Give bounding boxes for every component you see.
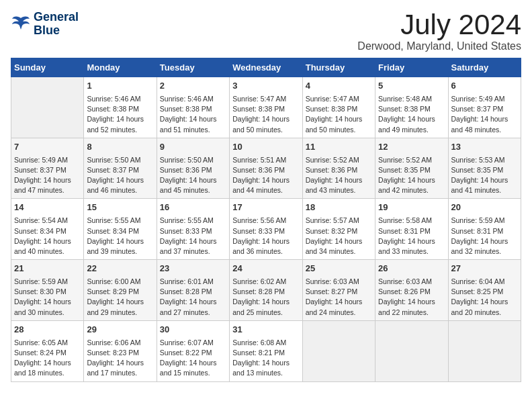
- calendar-cell: 10Sunrise: 5:51 AMSunset: 8:36 PMDayligh…: [230, 138, 302, 199]
- day-info-line: Sunset: 8:30 PM: [14, 287, 81, 297]
- day-info-line: and 42 minutes.: [378, 185, 445, 195]
- calendar-cell: 5Sunrise: 5:48 AMSunset: 8:38 PMDaylight…: [375, 77, 448, 138]
- day-info-line: Sunrise: 5:59 AM: [14, 277, 81, 287]
- day-info-line: Sunset: 8:37 PM: [14, 165, 81, 175]
- day-info-line: Sunrise: 5:55 AM: [87, 216, 153, 226]
- day-number: 9: [160, 141, 226, 154]
- day-info-line: and 17 minutes.: [87, 368, 153, 378]
- day-info-line: Daylight: 14 hours: [306, 236, 372, 246]
- month-year-title: July 2024: [357, 11, 521, 39]
- day-info-line: and 32 minutes.: [451, 246, 518, 257]
- day-info-line: Daylight: 14 hours: [451, 236, 518, 246]
- day-info-line: and 47 minutes.: [14, 185, 81, 195]
- day-info-line: and 52 minutes.: [87, 125, 153, 135]
- day-info-line: Sunset: 8:23 PM: [87, 348, 153, 358]
- day-info-line: Sunset: 8:24 PM: [14, 348, 81, 358]
- day-number: 1: [87, 80, 153, 93]
- day-info-line: Sunrise: 6:08 AM: [232, 338, 299, 348]
- calendar-cell: 8Sunrise: 5:50 AMSunset: 8:37 PMDaylight…: [84, 138, 157, 199]
- day-info-line: and 20 minutes.: [451, 308, 518, 318]
- calendar-cell: 4Sunrise: 5:47 AMSunset: 8:38 PMDaylight…: [302, 77, 375, 138]
- calendar-cell: 18Sunrise: 5:57 AMSunset: 8:32 PMDayligh…: [302, 199, 375, 260]
- calendar-body: 1Sunrise: 5:46 AMSunset: 8:38 PMDaylight…: [11, 77, 521, 382]
- day-info-line: Sunset: 8:31 PM: [451, 226, 518, 236]
- header-row: SundayMondayTuesdayWednesdayThursdayFrid…: [11, 58, 521, 77]
- day-number: 26: [378, 263, 445, 275]
- day-info-line: Daylight: 14 hours: [160, 114, 226, 124]
- calendar-cell: 22Sunrise: 6:00 AMSunset: 8:29 PMDayligh…: [84, 260, 157, 321]
- day-info-line: and 34 minutes.: [306, 246, 372, 257]
- day-info-line: Sunrise: 6:06 AM: [87, 338, 153, 348]
- day-info-line: Sunset: 8:34 PM: [87, 226, 153, 236]
- day-info-line: Daylight: 14 hours: [14, 358, 81, 368]
- day-info-line: Daylight: 14 hours: [232, 358, 299, 368]
- calendar-week-3: 14Sunrise: 5:54 AMSunset: 8:34 PMDayligh…: [11, 199, 521, 260]
- day-info-line: and 51 minutes.: [160, 125, 226, 135]
- day-info-line: Daylight: 14 hours: [232, 175, 299, 185]
- day-info-line: and 37 minutes.: [160, 246, 226, 257]
- day-info-line: and 44 minutes.: [232, 185, 299, 195]
- day-info-line: Sunset: 8:31 PM: [378, 226, 445, 236]
- day-number: 28: [14, 324, 81, 336]
- calendar-cell: 16Sunrise: 5:55 AMSunset: 8:33 PMDayligh…: [157, 199, 229, 260]
- calendar-cell: 15Sunrise: 5:55 AMSunset: 8:34 PMDayligh…: [84, 199, 157, 260]
- calendar-cell: 21Sunrise: 5:59 AMSunset: 8:30 PMDayligh…: [11, 260, 84, 321]
- day-info-line: and 46 minutes.: [87, 185, 153, 195]
- day-info-line: Sunrise: 6:02 AM: [232, 277, 299, 287]
- day-info-line: Sunrise: 5:49 AM: [14, 155, 81, 165]
- day-info-line: Daylight: 14 hours: [451, 175, 518, 185]
- calendar-week-5: 28Sunrise: 6:05 AMSunset: 8:24 PMDayligh…: [11, 320, 521, 381]
- day-number: 31: [232, 324, 299, 336]
- logo-bird-icon: [11, 15, 31, 34]
- day-info-line: Sunset: 8:38 PM: [378, 104, 445, 114]
- calendar-cell: 19Sunrise: 5:58 AMSunset: 8:31 PMDayligh…: [375, 199, 448, 260]
- day-info-line: Sunrise: 5:57 AM: [306, 216, 372, 226]
- day-info-line: Sunrise: 5:48 AM: [378, 94, 445, 104]
- day-info-line: Sunrise: 6:05 AM: [14, 338, 81, 348]
- day-info-line: Sunrise: 5:59 AM: [451, 216, 518, 226]
- calendar-cell: 13Sunrise: 5:53 AMSunset: 8:35 PMDayligh…: [448, 138, 521, 199]
- day-number: 8: [87, 141, 153, 154]
- day-info-line: Sunset: 8:28 PM: [232, 287, 299, 297]
- day-info-line: Daylight: 14 hours: [14, 297, 81, 307]
- day-number: 15: [87, 201, 153, 214]
- calendar-cell: [11, 77, 84, 138]
- day-info-line: Sunset: 8:33 PM: [160, 226, 226, 236]
- day-info-line: Sunrise: 6:01 AM: [160, 277, 226, 287]
- day-info-line: Sunrise: 6:03 AM: [378, 277, 445, 287]
- day-info-line: Sunset: 8:38 PM: [160, 104, 226, 114]
- day-number: 5: [378, 80, 445, 93]
- day-info-line: Sunrise: 6:00 AM: [87, 277, 153, 287]
- day-info-line: Sunrise: 5:50 AM: [87, 155, 153, 165]
- calendar-cell: 12Sunrise: 5:52 AMSunset: 8:35 PMDayligh…: [375, 138, 448, 199]
- day-number: 12: [378, 141, 445, 154]
- day-number: 23: [160, 263, 226, 275]
- calendar-cell: [302, 320, 375, 381]
- header-day-saturday: Saturday: [448, 58, 521, 77]
- day-info-line: Sunrise: 6:03 AM: [306, 277, 372, 287]
- day-info-line: Sunset: 8:38 PM: [232, 104, 299, 114]
- day-number: 29: [87, 324, 153, 336]
- calendar-cell: 29Sunrise: 6:06 AMSunset: 8:23 PMDayligh…: [84, 320, 157, 381]
- calendar-cell: 7Sunrise: 5:49 AMSunset: 8:37 PMDaylight…: [11, 138, 84, 199]
- day-info-line: Sunset: 8:28 PM: [160, 287, 226, 297]
- day-info-line: Sunrise: 5:51 AM: [232, 155, 299, 165]
- day-info-line: Sunrise: 5:53 AM: [451, 155, 518, 165]
- day-number: 2: [160, 80, 226, 93]
- day-info-line: and 40 minutes.: [14, 246, 81, 257]
- day-info-line: Daylight: 14 hours: [451, 114, 518, 124]
- calendar-cell: 31Sunrise: 6:08 AMSunset: 8:21 PMDayligh…: [230, 320, 302, 381]
- day-info-line: and 43 minutes.: [306, 185, 372, 195]
- day-info-line: and 24 minutes.: [306, 308, 372, 318]
- calendar-cell: 30Sunrise: 6:07 AMSunset: 8:22 PMDayligh…: [157, 320, 229, 381]
- day-info-line: Daylight: 14 hours: [87, 114, 153, 124]
- day-info-line: and 33 minutes.: [378, 246, 445, 257]
- logo-text: General Blue: [34, 11, 79, 38]
- day-info-line: Daylight: 14 hours: [14, 236, 81, 246]
- day-info-line: and 18 minutes.: [14, 368, 81, 378]
- day-info-line: Sunset: 8:36 PM: [232, 165, 299, 175]
- day-info-line: Sunset: 8:29 PM: [87, 287, 153, 297]
- calendar-cell: [448, 320, 521, 381]
- calendar-week-1: 1Sunrise: 5:46 AMSunset: 8:38 PMDaylight…: [11, 77, 521, 138]
- day-info-line: Sunrise: 5:47 AM: [306, 94, 372, 104]
